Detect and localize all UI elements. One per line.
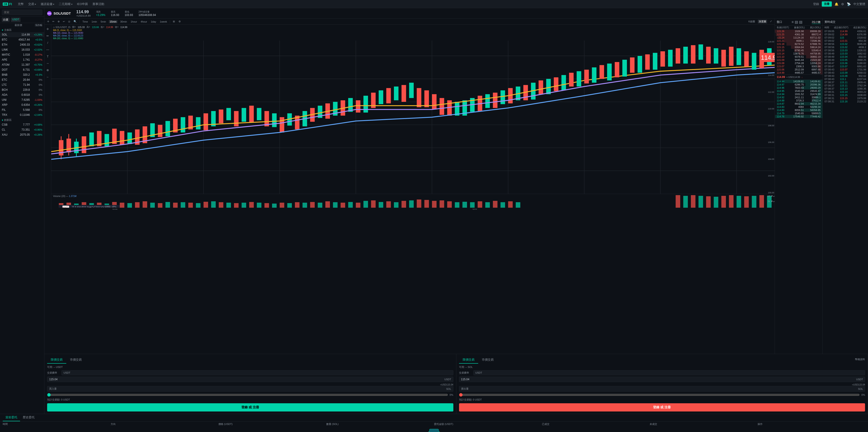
sidebar-row[interactable]: CL 73.351 +0.86%: [0, 127, 44, 132]
buy-fee-input[interactable]: USDT: [61, 370, 453, 375]
tool-back[interactable]: ←: [45, 74, 50, 79]
chart-tool-draw[interactable]: ✏: [52, 20, 55, 23]
sidebar-row[interactable]: UNI 7.6285 -1.03%: [0, 97, 44, 103]
tool-trendline[interactable]: /: [45, 40, 50, 45]
sidebar-row[interactable]: BTC 45617.44 +0.5%: [0, 37, 44, 42]
settings-icon[interactable]: ⚙: [841, 2, 844, 6]
ob-type-asks[interactable]: ▤: [795, 20, 798, 24]
sidebar-row[interactable]: XAU 2075.05 +0.28%: [0, 132, 44, 137]
chart-btn-depth[interactable]: 深度圖: [758, 20, 767, 24]
bottom-tab-current[interactable]: 當前委托: [3, 414, 20, 421]
nav-ieo[interactable]: IEO申購: [76, 2, 88, 6]
chart-canvas[interactable]: 114.99 118.00 116.00 114.00 112.00 110.0…: [51, 40, 775, 194]
tool-zoom-in[interactable]: ⊕: [45, 67, 50, 73]
sell-slider[interactable]: [459, 393, 860, 397]
chart-btn-kline[interactable]: K線圖: [748, 20, 756, 24]
ob-ask-row[interactable]: 115.21 4698.1 72586.86: [775, 39, 823, 42]
ob-ask-row[interactable]: 115.10 9378.51 30882.19: [775, 55, 823, 58]
ob-bid-row[interactable]: 114.87 8602.94 46215.34: [775, 102, 823, 105]
buy-price-input[interactable]: [49, 378, 444, 381]
nav-invite[interactable]: 邀請返傭: [40, 2, 55, 6]
buy-amount-input[interactable]: [62, 387, 446, 391]
ob-bid-row[interactable]: 114.80 8059.51 58358.85: [775, 109, 823, 112]
of-tab-limit-buy[interactable]: 限價交易: [47, 356, 66, 364]
chart-tf-1day[interactable]: 1day: [150, 20, 157, 23]
sell-amount-input-wrap[interactable]: 賣出量 SOL: [459, 386, 865, 392]
sidebar-row[interactable]: ETH 2400.33 +0.62%: [0, 42, 44, 47]
of-tab-market-buy[interactable]: 市價交易: [66, 356, 85, 364]
sidebar-row[interactable]: BNB 320.2 +0.3%: [0, 72, 44, 77]
chart-tf-1hour[interactable]: 1hour: [130, 20, 138, 23]
ob-ask-row[interactable]: 115.24 11124.16 83711.02: [775, 36, 823, 39]
lang-btn[interactable]: 中文繁體: [854, 2, 865, 6]
chart-tf-5min[interactable]: 5min: [100, 20, 107, 23]
chart-indicators-btn[interactable]: ⊞: [172, 20, 176, 23]
sidebar-row[interactable]: TRX 0.11046 +2.04%: [0, 112, 44, 117]
sell-amount-input[interactable]: [474, 387, 858, 391]
ob-ask-row[interactable]: 114.99 4485.57 4485.57: [775, 71, 823, 74]
sidebar-tab-favorite[interactable]: 白選: [2, 18, 9, 22]
ob-ask-row[interactable]: 115.07 2306.3 9303.96: [775, 65, 823, 68]
ob-bid-row[interactable]: 114.95 1543.18 29543.47: [775, 89, 823, 92]
buy-price-input-wrap[interactable]: USDT: [47, 377, 453, 382]
chart-tool-arrow[interactable]: ↩: [62, 20, 66, 23]
ob-type-all[interactable]: ≡: [792, 20, 794, 24]
tool-measure[interactable]: ↔: [45, 61, 50, 66]
nav-trade[interactable]: 交易: [28, 2, 36, 6]
ob-ask-row[interactable]: 115.09 9445.44 21503.68: [775, 58, 823, 62]
chart-tf-30min[interactable]: 30min: [119, 20, 128, 23]
chart-tf-1min[interactable]: 1min: [91, 20, 98, 23]
tool-text[interactable]: T: [45, 54, 50, 59]
ob-bid-row[interactable]: 114.94 1931.52 31474.99: [775, 92, 823, 96]
bell-icon[interactable]: 🔔: [835, 2, 838, 6]
ob-ask-row[interactable]: 115.18 8274.52 67888.76: [775, 42, 823, 46]
chart-tf-4hour[interactable]: 4hour: [140, 20, 148, 23]
ob-ask-row[interactable]: 115.08 2754.28 12058.24: [775, 62, 823, 65]
nav-events[interactable]: 賽事活動: [92, 2, 105, 6]
ob-bid-row[interactable]: 114.92 2411.11 33886.1: [775, 96, 823, 99]
sidebar-tab-usdt[interactable]: USDT: [11, 18, 21, 22]
ob-bid-row[interactable]: 114.76 17549.92 77449.42: [775, 115, 823, 118]
sidebar-row[interactable]: ATOM 11.397 +0.75%: [0, 62, 44, 67]
sell-price-input-wrap[interactable]: USDT: [459, 377, 865, 382]
ob-bid-row[interactable]: 114.98 14109.61 14109.61: [775, 80, 823, 83]
ob-ask-row[interactable]: 115.06 2512.09 6997.66: [775, 68, 823, 71]
sidebar-row[interactable]: APE 1.741 -0.27%: [0, 57, 44, 62]
ob-ask-row[interactable]: 115.15 8790.45 53549.4: [775, 49, 823, 52]
sidebar-row[interactable]: DOT 8.731 +0.69%: [0, 67, 44, 72]
tool-crosshair[interactable]: ✛: [45, 26, 50, 31]
ob-type-bids[interactable]: ▤: [799, 20, 802, 24]
chart-tool-zoom[interactable]: 🔍: [73, 20, 78, 23]
ob-ask-row[interactable]: 115.25 4361.38 88072.4: [775, 33, 823, 36]
tool-pencil[interactable]: ✏: [45, 33, 50, 38]
ob-bid-row[interactable]: 114.83 4084 50299.34: [775, 105, 823, 109]
sidebar-row[interactable]: CSB 7.777 +4.68%: [0, 122, 44, 127]
ob-bid-row[interactable]: 114.88 3726.3 37612.4: [775, 99, 823, 102]
ob-bid-row[interactable]: 114.97 6286.75 20396.36: [775, 83, 823, 86]
sidebar-row[interactable]: ETC 20.84 0%: [0, 77, 44, 82]
nav-options[interactable]: 二元期權: [58, 2, 73, 6]
buy-btn[interactable]: 登錄 或 注冊: [47, 403, 453, 411]
sell-price-input[interactable]: [461, 378, 857, 381]
buy-amount-input-wrap[interactable]: 買入量 SOL: [47, 386, 453, 392]
fee-data-btn[interactable]: 幣種資料: [855, 356, 865, 364]
sidebar-row[interactable]: LTC 71.94 0%: [0, 82, 44, 87]
ob-ask-row[interactable]: 115.26 1926.98 89999.39: [775, 30, 823, 33]
sell-btn[interactable]: 登錄 或 注冊: [459, 403, 865, 411]
sidebar-row[interactable]: SOL 114.99 +3.29%: [0, 32, 44, 37]
chart-tf-time[interactable]: Time: [82, 20, 89, 23]
search-input[interactable]: [2, 9, 42, 15]
nav-deposit[interactable]: 充幣: [17, 2, 24, 6]
login-btn[interactable]: 登錄: [813, 2, 819, 6]
sidebar-row[interactable]: FIL 5.568 0%: [0, 107, 44, 112]
of-tab-market-sell[interactable]: 市價交易: [478, 356, 497, 364]
ob-bid-row[interactable]: 114.96 7603.93 28000.29: [775, 86, 823, 89]
chart-settings-btn[interactable]: ⚙: [178, 20, 182, 23]
ob-tab-decimal[interactable]: 2位小數: [812, 20, 820, 24]
ob-ask-row[interactable]: 115.15 6064.84 59614.24: [775, 46, 823, 49]
sidebar-row[interactable]: MATIC 1.018 -0.17%: [0, 52, 44, 57]
chart-tool-price[interactable]: ◎: [67, 20, 71, 23]
of-tab-limit-sell[interactable]: 限價交易: [459, 356, 478, 364]
ob-ask-row[interactable]: 115.14 13876.76 44758.95: [775, 52, 823, 55]
sidebar-row[interactable]: LINK 16.033 +2.02%: [0, 47, 44, 52]
